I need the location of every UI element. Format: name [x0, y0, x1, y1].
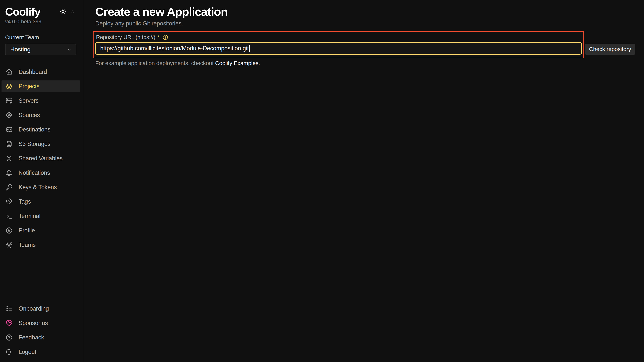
sidebar-item-label: Keys & Tokens: [18, 184, 57, 191]
sidebar-item-label: Destinations: [18, 126, 50, 133]
sidebar-item-label: Shared Variables: [18, 155, 62, 162]
sidebar-collapse-selector-icon[interactable]: [70, 9, 76, 15]
sidebar-item-keys-tokens[interactable]: Keys & Tokens: [2, 182, 80, 193]
sidebar-item-label: Projects: [18, 83, 40, 90]
logout-icon: [5, 348, 13, 356]
sidebar-item-teams[interactable]: Teams: [2, 239, 80, 251]
sidebar-item-label: Sponsor us: [18, 320, 48, 326]
help-circle-icon: [5, 334, 13, 341]
helper-suffix: .: [258, 60, 260, 66]
sidebar-item-servers[interactable]: Servers: [2, 95, 80, 107]
sidebar-item-label: Terminal: [18, 213, 40, 220]
sidebar-item-terminal[interactable]: Terminal: [2, 210, 80, 222]
sidebar-item-label: Logout: [18, 348, 36, 355]
bell-icon: [5, 169, 13, 177]
page-subtitle: Deploy any public Git repositories.: [95, 20, 183, 27]
sidebar-item-logout[interactable]: Logout: [2, 346, 80, 358]
sidebar-item-label: Feedback: [18, 334, 44, 341]
sidebar-item-label: S3 Storages: [18, 141, 50, 147]
repository-url-label: Repository URL (https://): [96, 34, 155, 40]
home-icon: [5, 68, 13, 76]
sidebar-item-label: Notifications: [18, 169, 50, 176]
sidebar-item-label: Tags: [18, 198, 31, 205]
users-group-icon: [5, 241, 13, 249]
sidebar-item-sponsor-us[interactable]: Sponsor us: [2, 317, 80, 329]
key-icon: [5, 184, 13, 191]
sidebar-item-projects[interactable]: Projects: [2, 80, 80, 92]
sidebar-item-label: Servers: [18, 97, 38, 104]
sidebar-header: Coolify: [0, 0, 83, 18]
sidebar-item-label: Sources: [18, 112, 40, 119]
main-content: Create a new Application Deploy any publ…: [83, 0, 644, 362]
repository-url-input[interactable]: https://github.com/illicitestonion/Modul…: [95, 42, 582, 55]
sidebar-item-s3-storages[interactable]: S3 Storages: [2, 138, 80, 150]
sidebar-item-destinations[interactable]: Destinations: [2, 124, 80, 135]
git-source-icon: [5, 111, 13, 119]
team-select-value: Hosting: [10, 46, 66, 53]
repository-url-label-row: Repository URL (https://) *: [96, 34, 168, 40]
text-caret: [249, 45, 250, 52]
app-version: v4.0.0-beta.399: [5, 19, 83, 25]
sidebar-item-label: Dashboard: [18, 69, 47, 75]
sidebar-item-label: Profile: [18, 227, 35, 234]
sidebar-item-label: Teams: [18, 242, 36, 248]
helper-prefix: For example application deployments, che…: [95, 60, 215, 66]
repository-url-value: https://github.com/illicitestonion/Modul…: [100, 45, 249, 52]
page-title: Create a new Application: [95, 5, 228, 19]
layers-icon: [5, 83, 13, 90]
sidebar-header-icons: [59, 8, 76, 15]
database-icon: [5, 140, 13, 148]
checklist-icon: [5, 305, 13, 312]
sidebar-item-feedback[interactable]: Feedback: [2, 332, 80, 343]
tags-icon: [5, 198, 13, 206]
team-select[interactable]: Hosting: [5, 44, 76, 55]
sidebar-item-tags[interactable]: Tags: [2, 196, 80, 208]
variable-icon: [5, 155, 13, 162]
chevron-down-icon: [66, 47, 72, 52]
sidebar-item-shared-variables[interactable]: Shared Variables: [2, 152, 80, 164]
current-team-label: Current Team: [5, 34, 83, 41]
sun-icon[interactable]: [59, 8, 66, 15]
sidebar-item-profile[interactable]: Profile: [2, 225, 80, 236]
sidebar-item-sources[interactable]: Sources: [2, 109, 80, 121]
sidebar-item-notifications[interactable]: Notifications: [2, 167, 80, 179]
app-logo: Coolify: [5, 6, 59, 18]
check-repository-button[interactable]: Check repository: [585, 44, 635, 55]
required-marker: *: [158, 34, 160, 40]
user-circle-icon: [5, 227, 13, 234]
server-bolt-icon: [5, 97, 13, 105]
heart-handshake-icon: [5, 319, 13, 327]
map-x-icon: [5, 126, 13, 133]
sidebar: Coolify v4.0.0-beta.399 Current Team Hos…: [0, 0, 83, 362]
sidebar-item-dashboard[interactable]: Dashboard: [2, 66, 80, 78]
sidebar-item-label: Onboarding: [18, 305, 49, 312]
sidebar-item-onboarding[interactable]: Onboarding: [2, 303, 80, 315]
coolify-examples-link[interactable]: Coolify Examples: [215, 60, 258, 66]
terminal-icon: [5, 212, 13, 220]
sidebar-footer-nav: Onboarding Sponsor us Feedback Logout: [0, 303, 83, 362]
helper-text: For example application deployments, che…: [95, 60, 260, 66]
info-icon[interactable]: [162, 34, 168, 40]
sidebar-nav: Dashboard Projects Servers Sources Desti: [0, 66, 83, 254]
